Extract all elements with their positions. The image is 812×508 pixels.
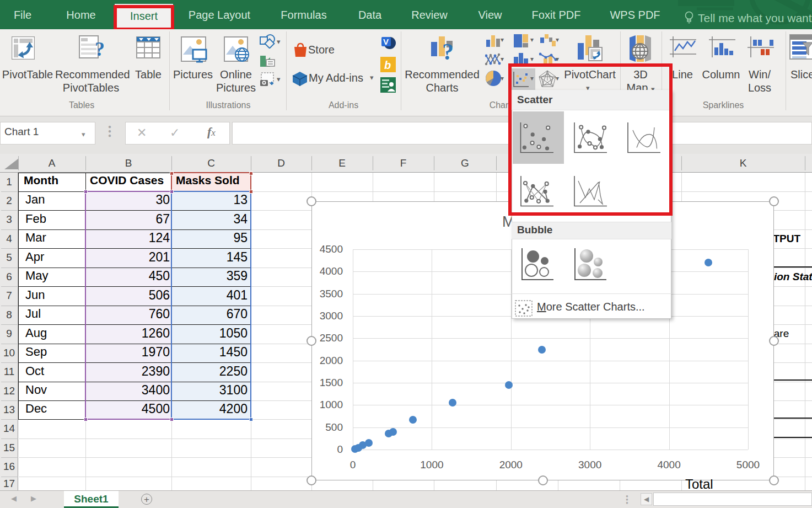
svg-text:?: ?: [95, 38, 104, 60]
svg-text:V: V: [383, 37, 389, 46]
svg-text:b: b: [384, 59, 391, 71]
svg-text:?: ?: [442, 39, 454, 63]
